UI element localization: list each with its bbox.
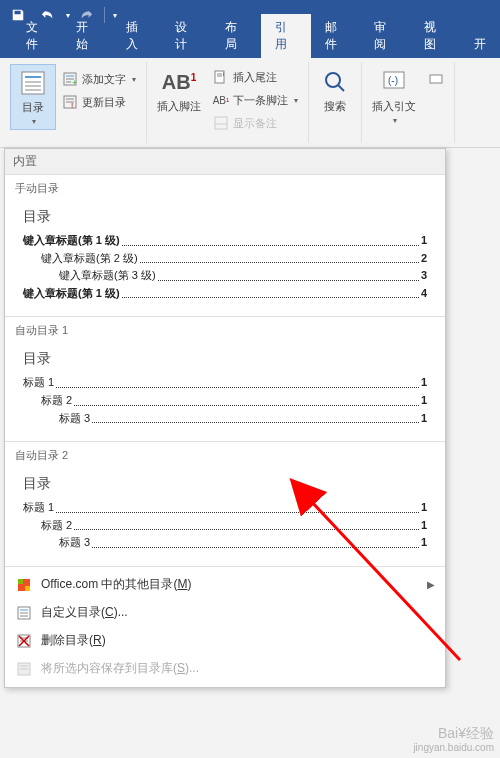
- svg-text:+: +: [72, 78, 77, 86]
- toc-dropdown-panel: 内置 手动目录 目录 键入章标题(第 1 级)1 键入章标题(第 2 级)2 键…: [4, 148, 446, 688]
- search-label: 搜索: [324, 100, 346, 113]
- toc-line: 键入章标题(第 3 级)3: [23, 267, 427, 285]
- citation-icon: (-): [378, 66, 410, 98]
- preview-title: 目录: [23, 350, 427, 368]
- tab-references[interactable]: 引用: [261, 14, 311, 58]
- office-icon: [15, 576, 33, 594]
- toc-line: 键入章标题(第 2 级)2: [23, 250, 427, 268]
- redo-button[interactable]: [72, 1, 100, 29]
- dropdown-header: 内置: [5, 149, 445, 175]
- update-toc-button[interactable]: ! 更新目录: [56, 91, 142, 113]
- ribbon-group-footnotes: AB1 插入脚注 i 插入尾注 AB1 下一条脚注▾ 显示备注: [147, 62, 309, 143]
- ribbon-group-toc: 目录▾ + 添加文字▾ ! 更新目录: [6, 62, 147, 143]
- show-notes-icon: [213, 115, 229, 131]
- toc-line: 标题 21: [23, 392, 427, 410]
- svg-text:!: !: [71, 101, 73, 109]
- svg-rect-27: [25, 586, 30, 591]
- toc-line: 标题 11: [23, 499, 427, 517]
- dropdown-menu: Office.com 中的其他目录(M) ▶ 自定义目录(C)... 删除目录(…: [5, 567, 445, 687]
- update-toc-icon: !: [62, 94, 78, 110]
- search-button[interactable]: 搜索: [313, 64, 357, 115]
- tab-mailings[interactable]: 邮件: [311, 14, 361, 58]
- insert-citation-label: 插入引文▾: [372, 100, 416, 126]
- ribbon-group-citations: (-) 插入引文▾: [362, 62, 455, 143]
- ribbon-tabs: 文件 开始 插入 设计 布局 引用 邮件 审阅 视图 开: [0, 30, 500, 58]
- svg-point-20: [326, 73, 340, 87]
- preview-title: 目录: [23, 475, 427, 493]
- show-notes-button[interactable]: 显示备注: [207, 112, 304, 134]
- add-text-button[interactable]: + 添加文字▾: [56, 68, 142, 90]
- next-footnote-button[interactable]: AB1 下一条脚注▾: [207, 89, 304, 111]
- footnote-icon: AB1: [163, 66, 195, 98]
- ribbon-group-research: 搜索: [309, 62, 362, 143]
- preview-title: 目录: [23, 208, 427, 226]
- tab-layout[interactable]: 布局: [211, 14, 261, 58]
- chevron-right-icon: ▶: [427, 579, 435, 590]
- tab-view[interactable]: 视图: [410, 14, 460, 58]
- toc-option-auto2[interactable]: 自动目录 2 目录 标题 11 标题 21 标题 31: [5, 442, 445, 567]
- tab-developer[interactable]: 开: [460, 31, 500, 58]
- menu-save-selection: 将所选内容保存到目录库(S)...: [5, 655, 445, 683]
- watermark: Bai¥经验 jingyan.baidu.com: [413, 725, 494, 754]
- search-icon: [319, 66, 351, 98]
- toc-option-auto1[interactable]: 自动目录 1 目录 标题 11 标题 21 标题 31: [5, 317, 445, 442]
- section-title: 自动目录 2: [15, 448, 435, 463]
- insert-footnote-label: 插入脚注: [157, 100, 201, 113]
- tab-file[interactable]: 文件: [12, 14, 62, 58]
- svg-rect-24: [430, 75, 442, 83]
- svg-rect-18: [215, 117, 227, 129]
- menu-custom-toc[interactable]: 自定义目录(C)...: [5, 599, 445, 627]
- toc-line: 标题 31: [23, 534, 427, 552]
- svg-text:(-): (-): [388, 75, 398, 86]
- toc-line: 标题 21: [23, 517, 427, 535]
- next-footnote-icon: AB1: [213, 92, 229, 108]
- tab-insert[interactable]: 插入: [112, 14, 162, 58]
- insert-citation-button[interactable]: (-) 插入引文▾: [366, 64, 422, 128]
- custom-toc-icon: [15, 604, 33, 622]
- insert-footnote-button[interactable]: AB1 插入脚注: [151, 64, 207, 115]
- toc-line: 键入章标题(第 1 级)1: [23, 232, 427, 250]
- toc-option-manual[interactable]: 手动目录 目录 键入章标题(第 1 级)1 键入章标题(第 2 级)2 键入章标…: [5, 175, 445, 317]
- save-selection-icon: [15, 660, 33, 678]
- menu-remove-toc[interactable]: 删除目录(R): [5, 627, 445, 655]
- svg-rect-26: [18, 579, 23, 584]
- toc-line: 键入章标题(第 1 级)4: [23, 285, 427, 303]
- toc-icon: [17, 67, 49, 99]
- insert-endnote-button[interactable]: i 插入尾注: [207, 66, 304, 88]
- add-text-icon: +: [62, 71, 78, 87]
- svg-rect-0: [22, 72, 44, 94]
- toc-label: 目录▾: [22, 101, 44, 127]
- section-title: 手动目录: [15, 181, 435, 196]
- remove-toc-icon: [15, 632, 33, 650]
- toc-button[interactable]: 目录▾: [10, 64, 56, 130]
- menu-more-office[interactable]: Office.com 中的其他目录(M) ▶: [5, 571, 445, 599]
- svg-line-21: [338, 85, 344, 91]
- toc-line: 标题 11: [23, 374, 427, 392]
- toc-line: 标题 31: [23, 410, 427, 428]
- ribbon: 目录▾ + 添加文字▾ ! 更新目录 AB1 插入脚注 i 插入尾注: [0, 58, 500, 148]
- tab-review[interactable]: 审阅: [360, 14, 410, 58]
- svg-text:i: i: [223, 71, 224, 77]
- endnote-icon: i: [213, 69, 229, 85]
- tab-design[interactable]: 设计: [161, 14, 211, 58]
- sources-icon: [428, 71, 444, 87]
- manage-sources-button[interactable]: [422, 68, 450, 90]
- section-title: 自动目录 1: [15, 323, 435, 338]
